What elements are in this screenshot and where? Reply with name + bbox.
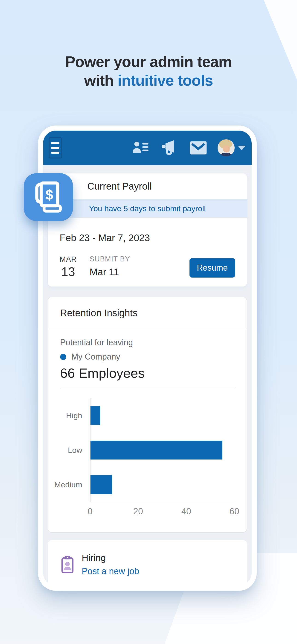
profile-menu[interactable] xyxy=(218,139,246,156)
payroll-period: Feb 23 - Mar 7, 2023 xyxy=(48,218,247,244)
category-label: Medium xyxy=(48,480,90,489)
chart-subtitle: Potential for leaving xyxy=(60,338,234,347)
page-background: Power your admin team with intuitive too… xyxy=(0,0,297,644)
megaphone-icon[interactable] xyxy=(160,140,179,156)
page-title-line2-prefix: with xyxy=(84,72,118,89)
menu-bar xyxy=(51,152,60,154)
bar-medium xyxy=(90,475,112,494)
retention-body: Potential for leaving My Company 66 Empl… xyxy=(48,329,246,381)
category-label: High xyxy=(48,411,90,420)
payroll-title-row: Current Payroll xyxy=(48,174,247,199)
legend-label: My Company xyxy=(71,352,120,362)
page-title-line1: Power your admin team xyxy=(0,52,297,71)
chart-headline-value: 66 Employees xyxy=(60,365,234,381)
payroll-detail-row: MAR 13 SUBMIT BY Mar 11 Resume xyxy=(48,244,247,286)
legend-dot xyxy=(60,354,66,360)
chart-x-axis xyxy=(90,502,234,502)
hiring-card: Hiring Post a new job xyxy=(48,540,247,586)
chart-x-ticks: 0 20 40 60 xyxy=(90,506,234,522)
x-tick: 0 xyxy=(88,506,92,516)
x-tick: 40 xyxy=(182,506,191,516)
chart-row: High xyxy=(48,398,234,433)
payroll-card-title: Current Payroll xyxy=(87,181,152,192)
menu-icon[interactable] xyxy=(48,137,62,158)
header-icons xyxy=(132,139,246,156)
avatar[interactable] xyxy=(218,139,234,156)
chart-row: Low xyxy=(48,433,234,467)
hiring-title: Hiring xyxy=(82,553,139,563)
calendar-date: MAR 13 xyxy=(60,255,77,279)
chart-row: Medium xyxy=(48,467,234,502)
page-title-line2: with intuitive tools xyxy=(0,71,297,90)
clipboard-person-icon xyxy=(61,556,74,574)
menu-bar xyxy=(51,147,60,149)
mail-icon[interactable] xyxy=(190,141,207,155)
retention-bar-chart: High Low Medium 0 xyxy=(48,388,246,532)
bar-low xyxy=(90,440,222,460)
chart-rows: High Low Medium xyxy=(48,398,234,502)
current-payroll-card: Current Payroll You have 5 days to submi… xyxy=(48,174,247,286)
resume-button[interactable]: Resume xyxy=(190,258,235,278)
retention-card-title: Retention Insights xyxy=(60,308,138,318)
retention-header: Retention Insights xyxy=(48,297,246,329)
hiring-text: Hiring Post a new job xyxy=(82,553,139,576)
bar-area xyxy=(90,398,234,433)
menu-bar xyxy=(51,142,60,144)
people-list-icon[interactable] xyxy=(132,140,150,156)
chart-legend: My Company xyxy=(60,352,234,362)
payroll-receipt-dollar-icon: $ xyxy=(24,173,73,221)
payroll-deadline-banner: You have 5 days to submit payroll xyxy=(48,199,247,218)
post-new-job-link[interactable]: Post a new job xyxy=(82,566,139,576)
category-label: Low xyxy=(48,446,90,455)
x-tick: 60 xyxy=(230,506,239,516)
bar-area xyxy=(90,433,234,467)
calendar-day: 13 xyxy=(61,264,75,279)
phone-screen: Current Payroll You have 5 days to submi… xyxy=(43,130,252,586)
page-title: Power your admin team with intuitive too… xyxy=(0,52,297,90)
x-tick: 20 xyxy=(133,506,143,516)
calendar-month: MAR xyxy=(60,255,77,264)
page-title-accent: intuitive tools xyxy=(118,72,213,89)
app-header xyxy=(43,130,252,165)
caret-down-icon[interactable] xyxy=(238,146,246,150)
svg-text:$: $ xyxy=(45,187,53,202)
bar-high xyxy=(90,406,100,425)
submit-by-date: Mar 11 xyxy=(90,266,130,278)
submit-by-label: SUBMIT BY xyxy=(90,255,130,263)
retention-insights-card: Retention Insights Potential for leaving… xyxy=(48,297,247,533)
bar-area xyxy=(90,467,234,502)
submit-by-block: SUBMIT BY Mar 11 xyxy=(90,255,130,278)
